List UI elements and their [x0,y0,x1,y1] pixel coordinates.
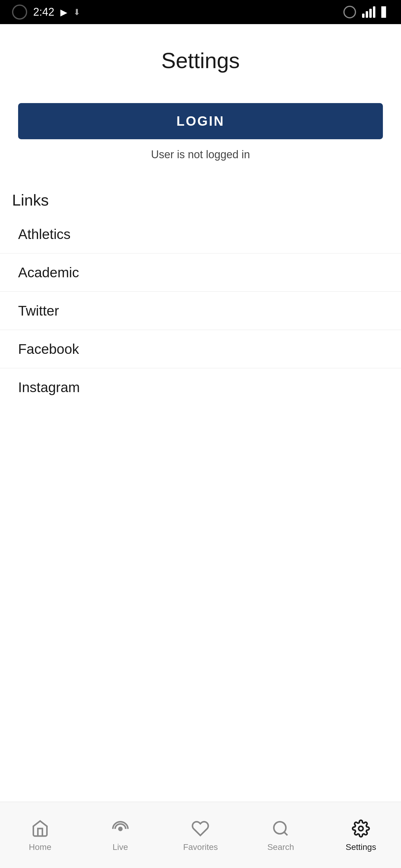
nav-label-favorites: Favorites [183,842,218,852]
svg-point-1 [274,822,286,834]
nav-item-settings[interactable]: Settings [321,812,401,858]
svg-point-3 [359,826,363,831]
signal-bars-icon [362,6,375,18]
link-item-academic[interactable]: Academic [0,253,401,292]
link-label-twitter: Twitter [18,303,59,319]
download-icon: ⬇ [73,7,80,17]
play-icon: ▶ [60,7,67,18]
nav-item-favorites[interactable]: Favorites [161,812,241,858]
link-label-facebook: Facebook [18,341,79,357]
nav-label-home: Home [29,842,52,852]
page-title: Settings [0,42,401,91]
bottom-nav: Home Live Favorites Search [0,802,401,868]
links-section-header: Links [0,185,401,215]
nav-item-home[interactable]: Home [0,812,80,858]
settings-icon [351,818,371,839]
nav-label-settings: Settings [346,842,376,852]
login-section: LOGIN User is not logged in [18,103,383,161]
link-item-twitter[interactable]: Twitter [0,292,401,330]
status-bar-left: 2:42 ▶ ⬇ [12,4,80,20]
link-item-athletics[interactable]: Athletics [0,215,401,253]
nav-item-search[interactable]: Search [240,812,321,858]
favorites-icon [190,818,210,839]
status-bar-right: ▋ [343,6,389,19]
link-label-athletics: Athletics [18,226,70,242]
status-time: 2:42 [33,6,54,19]
notification-dot-icon [343,6,356,19]
link-label-instagram: Instagram [18,379,80,396]
nav-item-live[interactable]: Live [80,812,161,858]
status-circle-icon [12,4,27,20]
live-icon [110,818,131,839]
battery-icon: ▋ [381,6,389,18]
home-icon [30,818,50,839]
link-item-facebook[interactable]: Facebook [0,330,401,368]
main-content: Settings LOGIN User is not logged in Lin… [0,24,401,412]
login-button[interactable]: LOGIN [18,103,383,139]
link-item-instagram[interactable]: Instagram [0,368,401,406]
link-label-academic: Academic [18,264,79,281]
nav-label-search: Search [267,842,294,852]
svg-point-0 [119,827,122,830]
search-icon [270,818,291,839]
login-status-text: User is not logged in [151,148,250,161]
nav-label-live: Live [113,842,128,852]
svg-line-2 [284,832,288,835]
status-bar: 2:42 ▶ ⬇ ▋ [0,0,401,24]
links-section: Links Athletics Academic Twitter Faceboo… [0,179,401,412]
